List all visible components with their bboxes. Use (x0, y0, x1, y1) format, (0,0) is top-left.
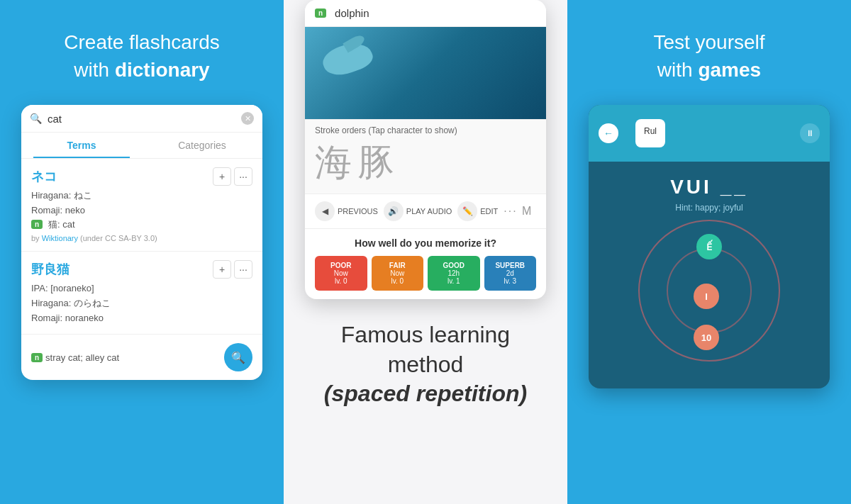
more-options-button[interactable]: ··· M (504, 205, 533, 218)
search-clear-button[interactable]: ✕ (241, 112, 254, 125)
rule-label: Rul (644, 126, 657, 136)
audio-bar: ◀ PREVIOUS 🔊 PLAY AUDIO ✏️ EDIT ··· M (305, 194, 546, 229)
entry-neko-actions: + ··· (213, 167, 252, 186)
center-word-label: dolphin (335, 7, 369, 19)
famous-line1: Famous learning (341, 322, 510, 347)
poor-time: Now (318, 269, 365, 277)
headline-line2: with (74, 59, 115, 81)
entry-noraneko-romaji: Romaji: noraneko (31, 311, 252, 326)
superb-lv: lv. 3 (487, 277, 534, 285)
edit-button[interactable]: ✏️ EDIT (457, 201, 498, 221)
entry-neko-tag: n (31, 220, 43, 229)
last-entry-tag: n (31, 353, 43, 362)
wiktionary-link[interactable]: Wiktionary (42, 234, 78, 242)
entry-neko-dots-button[interactable]: ··· (234, 167, 252, 186)
entry-neko: ネコ + ··· Hiragana: ねこ Romaji: neko n 猫: … (21, 159, 262, 252)
previous-button[interactable]: ◀ PREVIOUS (315, 201, 378, 221)
entry-neko-title: ネコ (31, 168, 57, 185)
good-label: GOOD (430, 262, 477, 269)
entry-neko-header: ネコ + ··· (31, 167, 252, 186)
entry-neko-wiktionary: by Wiktionary (under CC SA-BY 3.0) (31, 234, 252, 242)
tab-terms[interactable]: Terms (21, 133, 142, 158)
headline-line1: Create flashcards (64, 31, 219, 53)
entry-neko-add-button[interactable]: + (213, 167, 231, 186)
panel-right: Test yourself with games ← Rul ⏸ VUI __ … (567, 0, 851, 504)
wiktionary-by-text: by (31, 234, 42, 242)
last-entry-definition: stray cat; alley cat (45, 352, 119, 363)
left-headline: Create flashcards with dictionary (64, 28, 219, 84)
entry-noraneko-ipa: IPA: [noraneko] (31, 281, 252, 296)
entry-neko-romaji: Romaji: neko (31, 203, 252, 218)
memorize-question: How well do you memorize it? (315, 237, 536, 249)
entry-noraneko-actions: + ··· (213, 260, 252, 279)
headline-bold: dictionary (115, 59, 210, 81)
center-bottom-text: Famous learning method (spaced repetitio… (310, 299, 541, 430)
famous-line2: method (388, 352, 464, 377)
good-lv: lv. 1 (430, 277, 477, 285)
stroke-chars[interactable]: 海豚 (315, 138, 536, 188)
memorize-section: How well do you memorize it? POOR Now lv… (305, 229, 546, 299)
search-fab-button[interactable]: 🔍 (224, 343, 252, 371)
search-value[interactable]: cat (48, 113, 241, 125)
entry-noraneko-hiragana: Hiragana: のらねこ (31, 296, 252, 311)
panel-center: n dolphin Stroke orders (Tap character t… (284, 0, 567, 504)
edit-icon: ✏️ (457, 201, 477, 221)
game-wheel-area: Ế I 10 (610, 220, 808, 362)
fair-button[interactable]: FAIR Now lv. 0 (372, 256, 424, 291)
stroke-section: Stroke orders (Tap character to show) 海豚 (305, 119, 546, 194)
phone-left: 🔍 cat ✕ Terms Categories ネコ + ··· Hiraga… (21, 105, 262, 380)
entry-neko-def: n 猫: cat (31, 218, 252, 231)
right-headline-bold: games (698, 59, 761, 81)
right-headline-line2: with (657, 59, 699, 81)
previous-icon: ◀ (315, 201, 335, 221)
phone-center: n dolphin Stroke orders (Tap character t… (305, 0, 546, 299)
poor-label: POOR (318, 262, 365, 269)
panel-left: Create flashcards with dictionary 🔍 cat … (0, 0, 284, 504)
edit-label: EDIT (480, 207, 498, 215)
famous-method-text: Famous learning method (spaced repetitio… (324, 320, 527, 409)
tabs-row: Terms Categories (21, 133, 262, 159)
poor-lv: lv. 0 (318, 277, 365, 285)
play-audio-button[interactable]: 🔊 PLAY AUDIO (384, 201, 452, 221)
game-pause-button[interactable]: ⏸ (800, 123, 820, 143)
phone-right: ← Rul ⏸ VUI __ Hint: happy; joyful Ế I 1… (589, 105, 830, 388)
fair-lv: lv. 0 (374, 277, 421, 285)
entry-noraneko-title: 野良猫 (31, 261, 69, 278)
game-rule-card: Rul (635, 119, 665, 147)
wiktionary-license: (under CC SA-BY 3.0) (78, 234, 157, 242)
game-hint: Hint: happy; joyful (599, 203, 820, 213)
fair-label: FAIR (374, 262, 421, 269)
last-entry-text: n stray cat; alley cat (31, 352, 119, 363)
good-button[interactable]: GOOD 12h lv. 1 (428, 256, 480, 291)
dolphin-image (305, 27, 546, 119)
right-headline-line1: Test yourself (653, 31, 764, 53)
search-bar: 🔍 cat ✕ (21, 105, 262, 133)
game-word-area: VUI __ Hint: happy; joyful (589, 162, 830, 220)
dolphin-word-row: n dolphin (305, 0, 546, 27)
entry-noraneko-add-button[interactable]: + (213, 260, 231, 279)
entry-neko-definition: 猫: cat (48, 218, 75, 231)
tab-categories[interactable]: Categories (142, 133, 262, 158)
fair-time: Now (374, 269, 421, 277)
speaker-icon: 🔊 (384, 201, 404, 221)
entry-noraneko-header: 野良猫 + ··· (31, 260, 252, 279)
superb-label: SUPERB (487, 262, 534, 269)
entry-noraneko: 野良猫 + ··· IPA: [noraneko] Hiragana: のらねこ… (21, 252, 262, 335)
entry-noraneko-dots-button[interactable]: ··· (234, 260, 252, 279)
stroke-title: Stroke orders (Tap character to show) (315, 125, 536, 135)
superb-button[interactable]: SUPERB 2d lv. 3 (484, 256, 537, 291)
center-word-tag: n (315, 9, 326, 18)
superb-time: 2d (487, 269, 534, 277)
good-time: 12h (430, 269, 477, 277)
entry-neko-hiragana: Hiragana: ねこ (31, 189, 252, 203)
game-word-display: VUI __ (599, 176, 820, 198)
poor-button[interactable]: POOR Now lv. 0 (315, 256, 367, 291)
memorize-buttons: POOR Now lv. 0 FAIR Now lv. 0 GOOD 12h l… (315, 256, 536, 291)
play-audio-label: PLAY AUDIO (406, 207, 452, 215)
right-headline: Test yourself with games (653, 28, 764, 84)
last-entry: n stray cat; alley cat 🔍 (21, 335, 262, 380)
game-back-button[interactable]: ← (599, 123, 618, 143)
previous-label: PREVIOUS (338, 207, 378, 215)
search-icon: 🔍 (30, 113, 42, 124)
famous-bold: (spaced repetition) (324, 381, 527, 406)
